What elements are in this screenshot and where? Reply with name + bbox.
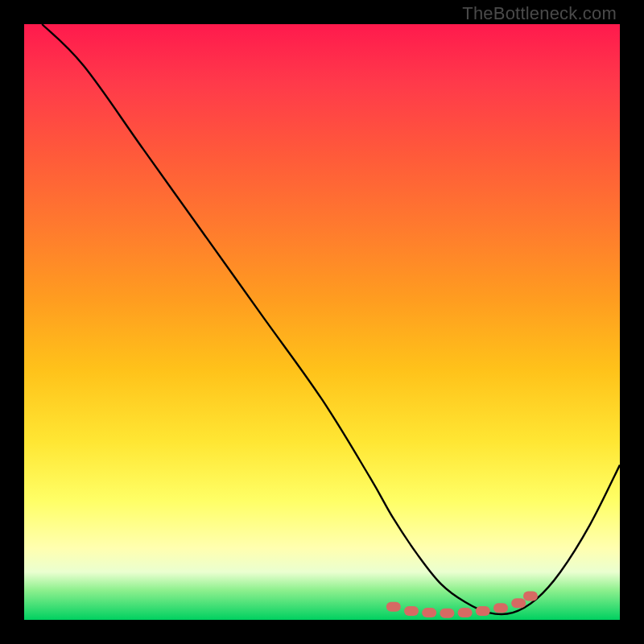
highlight-dot	[511, 598, 526, 608]
highlight-dot	[493, 603, 508, 613]
highlight-dot	[523, 591, 538, 601]
bottleneck-curve	[42, 24, 620, 614]
watermark-text: TheBottleneck.com	[462, 3, 617, 24]
chart-frame: TheBottleneck.com	[0, 0, 644, 644]
chart-overlay	[24, 24, 620, 620]
highlight-dot	[458, 608, 473, 617]
highlight-dot	[422, 608, 436, 617]
highlight-dot	[440, 609, 454, 618]
highlight-dots	[386, 591, 538, 617]
highlight-dot	[404, 606, 419, 616]
highlight-dot	[476, 606, 490, 616]
highlight-dot	[386, 602, 401, 612]
